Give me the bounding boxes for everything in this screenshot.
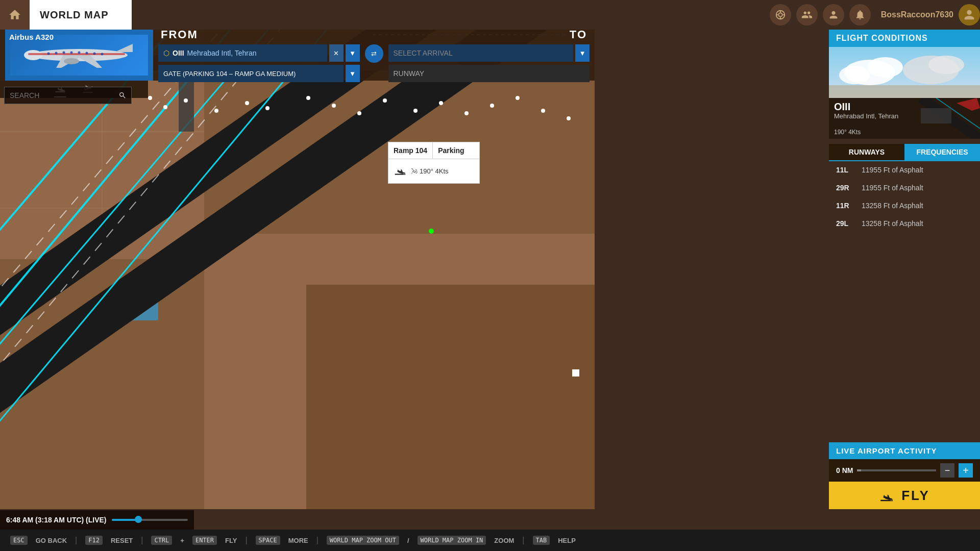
clear-from-button[interactable]: ✕ [329,44,344,62]
to-section: TO SELECT ARRIVAL ▼ RUNWAY [388,28,590,82]
svg-point-35 [63,52,65,54]
svg-point-33 [47,53,50,55]
tab-frequencies[interactable]: FREQUENCIES [904,144,980,161]
fly-button[interactable]: FLY [829,482,980,509]
map-dot [184,98,188,103]
time-slider-thumb[interactable] [135,516,142,523]
svg-point-34 [55,52,58,55]
topbar-icons [770,4,871,26]
flight-bar: Airbus A320 [0,30,595,81]
svg-point-36 [70,52,73,54]
wind-value: 190° 4Kts [420,167,449,175]
from-gate-dropdown[interactable]: ▼ [346,65,360,82]
runway-row-11r[interactable]: 11R 13258 Ft of Asphalt [834,197,975,215]
search-input[interactable] [5,91,114,99]
map-dot [567,116,571,120]
map-dot [383,98,387,103]
from-airport-dropdown[interactable]: ▼ [346,44,360,62]
username-label: BossRaccoon7630 [881,10,953,19]
people-icon-button[interactable] [796,4,818,26]
svg-point-40 [101,53,104,56]
runway-row-11l[interactable]: 11L 11955 Ft of Asphalt [834,161,975,179]
map-dot [163,105,167,109]
map-dot [214,109,218,113]
runway-desc: 13258 Ft of Asphalt [862,219,973,228]
runway-desc: 11955 Ft of Asphalt [862,184,973,192]
ramp-popup-body: 🌬 190° 4Kts [388,159,479,183]
space-key: SPACE [256,536,280,545]
runways-list: 11L 11955 Ft of Asphalt 29R 11955 Ft of … [829,161,980,233]
to-label: TO [388,28,590,41]
runway-id: 11L [836,166,862,174]
runway-row-29l[interactable]: 29L 13258 Ft of Asphalt [834,215,975,233]
nm-minus-button[interactable]: − [940,463,954,478]
target-icon-button[interactable] [770,4,791,26]
runway-id: 29L [836,219,862,228]
ctrl-key: CTRL [151,536,172,545]
from-airport-input[interactable]: ⬡ OIII Mehrabad Intl, Tehran [158,44,327,62]
time-label: 6:48 AM (3:18 AM UTC) (LIVE) [6,516,107,524]
airport-code-overlay: OIII [834,101,850,113]
esc-key: ESC [10,536,28,545]
map-dot [332,104,336,108]
ramp-plane-icon [394,163,407,179]
svg-rect-10 [306,285,595,509]
waypoint-icon: ⬡ [163,49,169,57]
plus-label: + [180,537,184,544]
runway-desc: 13258 Ft of Asphalt [862,202,973,210]
aircraft-panel: Airbus A320 [5,30,153,81]
bell-icon-button[interactable] [849,4,871,26]
nm-plus-button[interactable]: + [959,463,973,478]
swap-area: ⇄ [365,44,383,66]
map-dot [516,96,520,100]
from-label: FROM [158,28,360,41]
nm-bar: 0 NM − + [829,459,980,482]
map-dot [265,106,270,110]
tab-runways[interactable]: RUNWAYS [829,144,904,161]
nm-label: 0 NM [836,466,853,474]
map-dot [245,101,249,105]
runway-row-29r[interactable]: 29R 11955 Ft of Asphalt [834,179,975,197]
user-avatar[interactable] [959,4,980,26]
map-dot [306,96,310,100]
map-dot [413,109,418,113]
flight-conditions-header: FLIGHT CONDITIONS [829,30,980,47]
search-button[interactable] [114,87,131,104]
arrival-input[interactable]: SELECT ARRIVAL [388,44,574,62]
fly-label: FLY [901,488,930,504]
arrival-dropdown[interactable]: ▼ [575,44,590,62]
airport-name-overlay: Mehrabad Intl, Tehran [834,112,898,120]
ramp-popup-wind: 🌬 190° 4Kts [411,167,449,175]
svg-point-39 [93,53,96,55]
from-gate-input[interactable]: GATE (PARKING 104 – RAMP GA MEDIUM) [158,65,344,82]
svg-rect-53 [921,108,951,123]
aircraft-label: Airbus A320 [9,33,54,41]
search-bar [4,87,132,104]
wind-icon: 🌬 [411,167,418,175]
svg-rect-47 [829,85,980,98]
map-dot [541,109,545,113]
svg-point-1 [778,13,782,16]
airport-info-panel: OIII Mehrabad Intl, Tehran 190° 4Kts [829,98,980,139]
from-airport-name: Mehrabad Intl, Tehran [187,49,257,57]
page-title: WORLD MAP [30,0,132,30]
user-info: BossRaccoon7630 [881,4,980,26]
airport-wind-overlay: 190° 4Kts [834,129,861,136]
svg-marker-29 [115,44,133,52]
svg-point-38 [86,52,88,55]
runways-tabs: RUNWAYS FREQUENCIES [829,144,980,161]
swap-airports-button[interactable]: ⇄ [365,44,383,63]
runway-input: RUNWAY [388,65,590,82]
more-label: MORE [288,537,308,544]
map-dot [464,111,469,115]
home-button[interactable] [0,0,30,30]
time-bar: 6:48 AM (3:18 AM UTC) (LIVE) [0,510,194,530]
runway-id: 11R [836,202,862,210]
reset-label: RESET [111,537,133,544]
zoom-label: ZOOM [494,537,514,544]
nm-track [857,469,936,471]
svg-point-30 [64,58,79,64]
person-icon-button[interactable] [823,4,844,26]
time-slider-track[interactable] [112,519,188,521]
fly-hotkey-label: FLY [225,537,237,544]
